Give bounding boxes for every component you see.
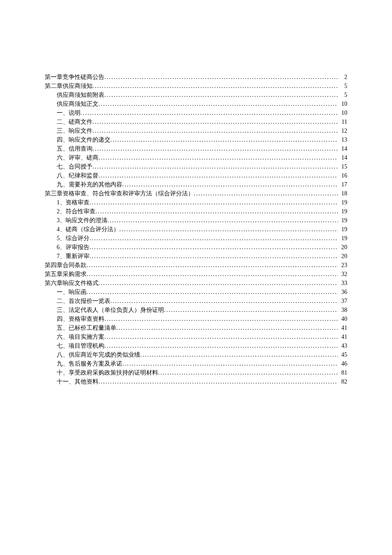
toc-leader-dots	[98, 99, 338, 108]
toc-entry-page: 81	[338, 368, 347, 377]
toc-entry: 第二章供应商须知5	[45, 81, 347, 90]
toc-leader-dots	[98, 377, 338, 386]
toc-entry-page: 19	[338, 234, 347, 243]
toc-entry-label: 6、评审报告	[57, 243, 89, 252]
toc-entry-page: 16	[338, 171, 347, 180]
toc-leader-dots	[158, 368, 338, 377]
toc-entry-page: 19	[338, 216, 347, 225]
toc-entry: 三、响应文件12	[45, 126, 347, 135]
toc-entry: 2、符合性审查19	[45, 207, 347, 216]
toc-entry-label: 二、磋商文件	[57, 117, 92, 126]
toc-leader-dots	[92, 81, 338, 90]
toc-entry-page: 5	[338, 81, 347, 90]
toc-entry: 九、需要补充的其他内容17	[45, 180, 347, 189]
toc-entry-page: 13	[338, 135, 347, 144]
toc-entry: 三、法定代表人（单位负责人）身份证明38	[45, 305, 347, 314]
toc-entry: 3、响应文件的澄清19	[45, 216, 347, 225]
toc-entry: 供应商须知前附表5	[45, 90, 347, 99]
toc-entry-page: 43	[338, 341, 347, 350]
toc-entry-label: 第四章合同条款	[45, 261, 86, 270]
toc-entry: 七、项目管理机构43	[45, 341, 347, 350]
toc-entry-label: 八、纪律和监督	[57, 171, 98, 180]
toc-entry-label: 供应商须知前附表	[57, 90, 104, 99]
toc-entry-page: 45	[338, 350, 347, 359]
toc-entry: 6、评审报告20	[45, 243, 347, 252]
toc-leader-dots	[104, 341, 338, 350]
toc-leader-dots	[110, 135, 338, 144]
toc-entry-page: 20	[338, 252, 347, 261]
toc-entry-page: 38	[338, 305, 347, 314]
toc-entry-page: 5	[338, 90, 347, 99]
toc-entry-label: 十、享受政府采购政策扶持的证明材料	[57, 368, 158, 377]
toc-leader-dots	[81, 108, 338, 117]
toc-entry: 十、享受政府采购政策扶持的证明材料81	[45, 368, 347, 377]
toc-entry: 六、评审、磋商14	[45, 153, 347, 162]
toc-leader-dots	[95, 207, 338, 216]
toc-entry: 第三章资格审查、符合性审查和评审方法（综合评分法）18	[45, 189, 347, 198]
toc-entry-label: 2、符合性审查	[57, 207, 95, 216]
toc-entry: 十一、其他资料82	[45, 377, 347, 386]
toc-entry-label: 六、项目实施方案	[57, 332, 104, 341]
toc-entry-page: 37	[338, 296, 347, 305]
toc-entry-label: 七、合同授予	[57, 162, 92, 171]
toc-entry: 第四章合同条款23	[45, 261, 347, 270]
toc-leader-dots	[119, 225, 338, 234]
toc-entry: 5、综合评分19	[45, 234, 347, 243]
toc-leader-dots	[116, 323, 338, 332]
toc-entry: 1、资格审查19	[45, 198, 347, 207]
toc-entry: 八、供应商近年完成的类似业绩45	[45, 350, 347, 359]
toc-entry-page: 33	[338, 279, 347, 288]
toc-leader-dots	[110, 296, 338, 305]
toc-entry-label: 5、综合评分	[57, 234, 89, 243]
toc-entry-label: 九、售后服务方案及承诺	[57, 359, 122, 368]
toc-entry-label: 三、响应文件	[57, 126, 92, 135]
toc-leader-dots	[140, 350, 338, 359]
toc-entry: 7、重新评审20	[45, 252, 347, 261]
toc-leader-dots	[98, 279, 338, 288]
toc-leader-dots	[122, 180, 338, 189]
toc-entry-page: 23	[338, 261, 347, 270]
toc-entry: 4、磋商（综合评分法）19	[45, 225, 347, 234]
toc-entry-label: 八、供应商近年完成的类似业绩	[57, 350, 140, 359]
toc-leader-dots	[98, 153, 338, 162]
toc-entry-label: 7、重新评审	[57, 252, 89, 261]
toc-entry-label: 二、首次报价一览表	[57, 296, 110, 305]
toc-entry: 一、说明10	[45, 108, 347, 117]
toc-entry: 五、信用查询14	[45, 144, 347, 153]
toc-entry-label: 第五章采购需求	[45, 270, 86, 279]
toc-entry-page: 2	[338, 73, 347, 81]
toc-entry: 第六章响应文件格式33	[45, 279, 347, 288]
toc-entry: 第一章竞争性磋商公告2	[45, 73, 347, 81]
toc-entry-label: 五、已标价工程量清单	[57, 323, 116, 332]
toc-entry-page: 18	[338, 189, 347, 198]
toc-entry-label: 三、法定代表人（单位负责人）身份证明	[57, 305, 164, 314]
toc-entry-label: 七、项目管理机构	[57, 341, 104, 350]
toc-entry-page: 14	[338, 144, 347, 153]
toc-entry-label: 四、资格审查资料	[57, 314, 104, 323]
toc-entry-page: 10	[338, 108, 347, 117]
toc-entry: 八、纪律和监督16	[45, 171, 347, 180]
toc-leader-dots	[104, 90, 338, 99]
toc-leader-dots	[89, 243, 338, 252]
toc-entry-label: 十一、其他资料	[57, 377, 98, 386]
toc-entry: 九、售后服务方案及承诺46	[45, 359, 347, 368]
toc-entry-label: 一、响应函	[57, 288, 86, 296]
toc-leader-dots	[104, 314, 338, 323]
toc-entry-label: 四、响应文件的递交	[57, 135, 110, 144]
toc-entry-page: 19	[338, 207, 347, 216]
toc-entry: 一、响应函36	[45, 288, 347, 296]
toc-entry: 六、项目实施方案41	[45, 332, 347, 341]
toc-entry: 四、资格审查资料40	[45, 314, 347, 323]
toc-entry-label: 第一章竞争性磋商公告	[45, 73, 104, 81]
toc-entry-page: 41	[338, 332, 347, 341]
toc-entry-page: 40	[338, 314, 347, 323]
toc-leader-dots	[89, 198, 338, 207]
toc-leader-dots	[104, 73, 338, 81]
toc-entry-page: 12	[338, 126, 347, 135]
toc-entry-page: 11	[338, 117, 347, 126]
toc-leader-dots	[104, 332, 338, 341]
toc-leader-dots	[89, 252, 338, 261]
toc-entry-page: 46	[338, 359, 347, 368]
toc-leader-dots	[86, 261, 338, 270]
toc-leader-dots	[107, 216, 338, 225]
